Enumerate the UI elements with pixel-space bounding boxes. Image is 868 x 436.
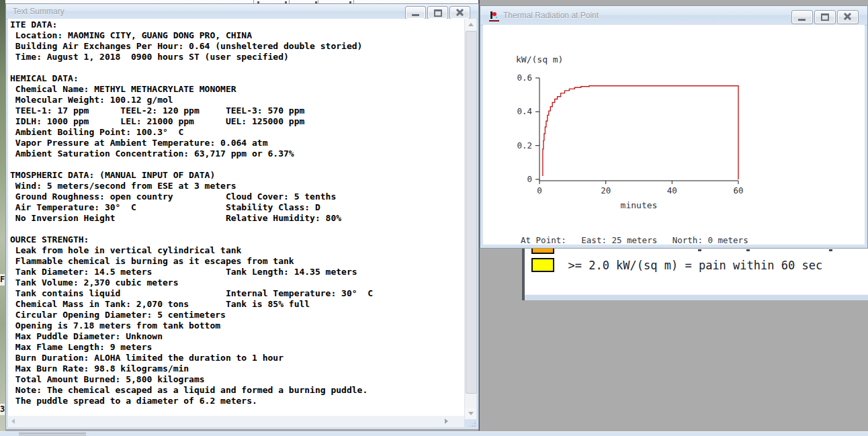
thermal-radiation-window: Thermal Radiation at Point 00.20.40.6020… (480, 5, 868, 249)
background-window-fragment: F (0, 274, 5, 286)
x-tick-label: 20 (601, 185, 611, 195)
window-title: Text Summary (13, 7, 64, 16)
title-bar[interactable]: Text Summary (6, 4, 478, 19)
thermal-chart-area: 00.20.40.60204060 kW/(sq m) minutes At P… (483, 25, 865, 245)
minimize-button[interactable] (405, 6, 426, 19)
chart-axes (535, 78, 738, 184)
close-button[interactable] (837, 10, 859, 24)
thermal-radiation-curve (543, 86, 738, 179)
clipped-text-fragment (829, 249, 832, 251)
x-tick-label: 0 (537, 185, 542, 195)
restore-button[interactable] (427, 6, 448, 19)
y-tick-label: 0.6 (517, 73, 532, 83)
taskbar-edge (0, 431, 868, 436)
close-button[interactable] (449, 6, 470, 19)
legend-swatch-yellow (531, 258, 554, 272)
title-bar[interactable]: Thermal Radiation at Point (480, 6, 867, 26)
window-bottom-frame (525, 294, 868, 300)
aloha-app-icon (489, 11, 499, 21)
legend-row: >= 2.0 kW/(sq m) = pain within 60 sec (531, 258, 822, 272)
clipped-text-fragment (746, 249, 750, 251)
background-map-sliver (0, 0, 5, 431)
text-summary-window: Text Summary ITE DATA: Location: MAOMING… (5, 3, 479, 430)
restore-button[interactable] (814, 10, 836, 24)
at-point-readout: At Point: East: 25 meters North: 0 meter… (521, 235, 748, 245)
x-tick-label: 60 (733, 185, 743, 195)
y-axis-label: kW/(sq m) (516, 54, 563, 64)
y-tick-label: 0.2 (517, 140, 532, 150)
scroll-down-arrow[interactable] (465, 408, 476, 419)
taskbar-button-fragment[interactable] (19, 433, 86, 436)
window-title: Thermal Radiation at Point (503, 11, 599, 20)
text-summary-content: ITE DATA: Location: MAOMING CITY, GUANG … (8, 19, 464, 419)
scroll-right-arrow[interactable] (441, 416, 452, 427)
scroll-up-arrow[interactable] (465, 19, 476, 30)
resize-grip[interactable] (469, 420, 476, 427)
vertical-scrollbar[interactable] (464, 19, 476, 419)
text-summary-text: ITE DATA: Location: MAOMING CITY, GUANG … (8, 19, 464, 406)
x-tick-label: 40 (667, 185, 677, 195)
horizontal-scrollbar[interactable] (8, 416, 464, 427)
scroll-left-arrow[interactable] (8, 416, 19, 427)
scrollbar-thumb[interactable] (466, 31, 477, 394)
background-window-fragment: 3 (0, 404, 5, 415)
y-tick-label: 0.4 (517, 106, 532, 116)
minimize-button[interactable] (791, 10, 813, 24)
clipped-text-fragment (698, 249, 701, 251)
y-tick-label: 0 (527, 174, 532, 184)
legend-label: >= 2.0 kW/(sq m) = pain within 60 sec (568, 259, 822, 272)
x-axis-label: minutes (539, 200, 738, 210)
